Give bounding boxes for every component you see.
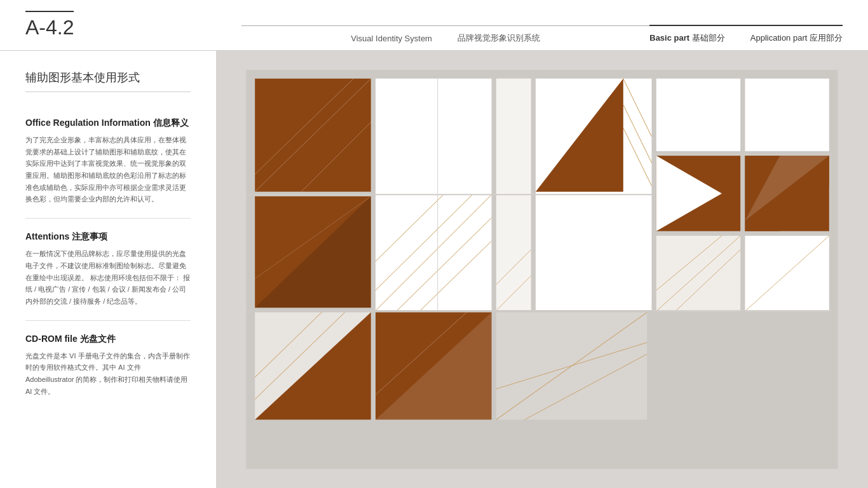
main-layout: 辅助图形基本使用形式 Office Regulation Information… (0, 51, 868, 488)
nav-basic: Basic part 基础部分 (649, 32, 725, 44)
section-cdrom-title: CD-ROM file 光盘文件 (25, 334, 191, 345)
header-title-en: Visual Identity System (351, 34, 432, 43)
header-center: Visual Identity System 品牌视觉形象识别系统 (241, 25, 649, 50)
section-cdrom: CD-ROM file 光盘文件 光盘文件是本 VI 手册电子文件的集合，内含手… (25, 334, 191, 410)
section-attentions-body: 在一般情况下使用品牌标志，应尽量使用提供的光盘电子文件，不建议使用标准制图绘制标… (25, 248, 191, 307)
section-cdrom-body: 光盘文件是本 VI 手册电子文件的集合，内含手册制作时的专用软件格式文件。其中 … (25, 350, 191, 398)
shapes-svg (235, 70, 849, 469)
header-nav: Basic part 基础部分 Application part 应用部分 (649, 25, 843, 50)
content-area (216, 51, 868, 488)
section-office: Office Regulation Information 信息释义 为了完充企… (25, 118, 191, 219)
page-number: A-4.2 (25, 11, 74, 39)
page-header: A-4.2 Visual Identity System 品牌视觉形象识别系统 … (0, 0, 868, 51)
header-title-zh: 品牌视觉形象识别系统 (458, 32, 540, 44)
section-office-title: Office Regulation Information 信息释义 (25, 118, 191, 129)
section-attentions: Attentions 注意事项 在一般情况下使用品牌标志，应尽量使用提供的光盘电… (25, 231, 191, 320)
svg-rect-20 (656, 79, 740, 151)
section-attentions-title: Attentions 注意事项 (25, 231, 191, 243)
section-office-body: 为了完充企业形象，丰富标志的具体应用，在整体视觉要求的基础上设计了辅助图形和辅助… (25, 134, 191, 205)
shapes-container (235, 70, 849, 469)
nav-application: Application part 应用部分 (750, 32, 843, 44)
sidebar: 辅助图形基本使用形式 Office Regulation Information… (0, 51, 216, 488)
svg-rect-21 (745, 79, 829, 151)
sidebar-title: 辅助图形基本使用形式 (25, 70, 191, 92)
header-left: A-4.2 (25, 11, 241, 39)
